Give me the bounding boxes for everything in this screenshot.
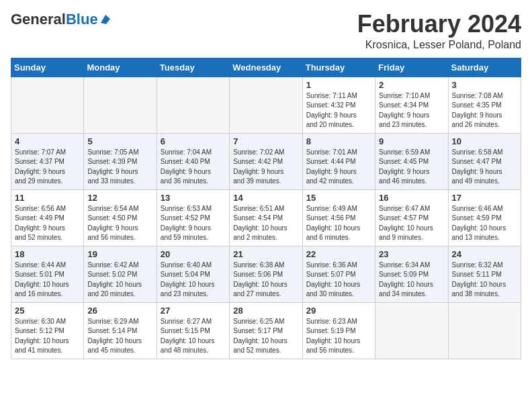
day-info: Sunrise: 6:36 AMSunset: 5:07 PMDaylight:… xyxy=(306,261,371,300)
calendar-cell xyxy=(448,302,521,359)
calendar-cell: 6Sunrise: 7:04 AMSunset: 4:40 PMDaylight… xyxy=(157,133,229,189)
calendar-cell: 14Sunrise: 6:51 AMSunset: 4:54 PMDayligh… xyxy=(230,189,302,246)
day-info: Sunrise: 7:11 AMSunset: 4:32 PMDaylight:… xyxy=(306,91,371,130)
day-number: 16 xyxy=(379,193,444,203)
calendar-cell: 13Sunrise: 6:53 AMSunset: 4:52 PMDayligh… xyxy=(157,189,229,246)
calendar-cell xyxy=(84,77,157,133)
day-number: 26 xyxy=(87,306,152,316)
day-number: 8 xyxy=(306,136,371,146)
day-info: Sunrise: 6:58 AMSunset: 4:47 PMDaylight:… xyxy=(452,148,517,187)
day-info: Sunrise: 6:49 AMSunset: 4:56 PMDaylight:… xyxy=(306,204,371,243)
day-info: Sunrise: 6:54 AMSunset: 4:50 PMDaylight:… xyxy=(87,204,152,243)
calendar-cell: 19Sunrise: 6:42 AMSunset: 5:02 PMDayligh… xyxy=(84,246,157,302)
calendar-cell xyxy=(157,77,229,133)
title-block: February 2024 Krosnica, Lesser Poland, P… xyxy=(357,11,521,51)
day-number: 18 xyxy=(15,249,80,259)
calendar-cell xyxy=(11,77,84,133)
calendar-week-4: 18Sunrise: 6:44 AMSunset: 5:01 PMDayligh… xyxy=(11,246,521,302)
calendar-cell: 29Sunrise: 6:23 AMSunset: 5:19 PMDayligh… xyxy=(302,302,375,359)
calendar-cell: 7Sunrise: 7:02 AMSunset: 4:42 PMDaylight… xyxy=(230,133,302,189)
calendar-week-3: 11Sunrise: 6:56 AMSunset: 4:49 PMDayligh… xyxy=(11,189,521,246)
calendar-cell: 25Sunrise: 6:30 AMSunset: 5:12 PMDayligh… xyxy=(11,302,84,359)
calendar-cell: 23Sunrise: 6:34 AMSunset: 5:09 PMDayligh… xyxy=(375,246,448,302)
day-info: Sunrise: 6:38 AMSunset: 5:06 PMDaylight:… xyxy=(233,261,298,300)
calendar-cell: 12Sunrise: 6:54 AMSunset: 4:50 PMDayligh… xyxy=(84,189,157,246)
day-info: Sunrise: 6:40 AMSunset: 5:04 PMDaylight:… xyxy=(161,261,226,300)
weekday-header-sunday: Sunday xyxy=(11,58,84,77)
calendar-cell: 24Sunrise: 6:32 AMSunset: 5:11 PMDayligh… xyxy=(448,246,521,302)
day-info: Sunrise: 6:56 AMSunset: 4:49 PMDaylight:… xyxy=(15,204,80,243)
day-number: 14 xyxy=(233,193,298,203)
calendar-cell: 8Sunrise: 7:01 AMSunset: 4:44 PMDaylight… xyxy=(302,133,375,189)
day-info: Sunrise: 7:05 AMSunset: 4:39 PMDaylight:… xyxy=(87,148,152,187)
calendar-cell xyxy=(230,77,302,133)
calendar-cell: 26Sunrise: 6:29 AMSunset: 5:14 PMDayligh… xyxy=(84,302,157,359)
calendar-cell: 28Sunrise: 6:25 AMSunset: 5:17 PMDayligh… xyxy=(230,302,302,359)
weekday-header-tuesday: Tuesday xyxy=(157,58,229,77)
calendar-cell: 5Sunrise: 7:05 AMSunset: 4:39 PMDaylight… xyxy=(84,133,157,189)
day-info: Sunrise: 6:30 AMSunset: 5:12 PMDaylight:… xyxy=(15,317,80,356)
day-number: 2 xyxy=(379,80,444,90)
day-info: Sunrise: 6:59 AMSunset: 4:45 PMDaylight:… xyxy=(379,148,444,187)
day-number: 21 xyxy=(233,249,298,259)
calendar-cell: 27Sunrise: 6:27 AMSunset: 5:15 PMDayligh… xyxy=(157,302,229,359)
calendar-cell: 11Sunrise: 6:56 AMSunset: 4:49 PMDayligh… xyxy=(11,189,84,246)
page-header: GeneralBlue February 2024 Krosnica, Less… xyxy=(11,11,521,51)
day-number: 6 xyxy=(161,136,226,146)
location: Krosnica, Lesser Poland, Poland xyxy=(357,39,521,51)
calendar-cell: 18Sunrise: 6:44 AMSunset: 5:01 PMDayligh… xyxy=(11,246,84,302)
calendar-cell: 21Sunrise: 6:38 AMSunset: 5:06 PMDayligh… xyxy=(230,246,302,302)
weekday-header-thursday: Thursday xyxy=(302,58,375,77)
calendar-cell: 9Sunrise: 6:59 AMSunset: 4:45 PMDaylight… xyxy=(375,133,448,189)
day-number: 1 xyxy=(306,80,371,90)
weekday-header-monday: Monday xyxy=(84,58,157,77)
calendar-cell: 22Sunrise: 6:36 AMSunset: 5:07 PMDayligh… xyxy=(302,246,375,302)
calendar-cell: 20Sunrise: 6:40 AMSunset: 5:04 PMDayligh… xyxy=(157,246,229,302)
day-info: Sunrise: 7:07 AMSunset: 4:37 PMDaylight:… xyxy=(15,148,80,187)
calendar-week-2: 4Sunrise: 7:07 AMSunset: 4:37 PMDaylight… xyxy=(11,133,521,189)
calendar-cell: 2Sunrise: 7:10 AMSunset: 4:34 PMDaylight… xyxy=(375,77,448,133)
logo-text: GeneralBlue xyxy=(11,11,98,28)
weekday-header-saturday: Saturday xyxy=(448,58,521,77)
day-info: Sunrise: 6:27 AMSunset: 5:15 PMDaylight:… xyxy=(161,317,226,356)
day-number: 20 xyxy=(161,249,226,259)
day-info: Sunrise: 6:47 AMSunset: 4:57 PMDaylight:… xyxy=(379,204,444,243)
day-number: 25 xyxy=(15,306,80,316)
day-number: 10 xyxy=(452,136,517,146)
calendar-cell: 3Sunrise: 7:08 AMSunset: 4:35 PMDaylight… xyxy=(448,77,521,133)
day-info: Sunrise: 6:23 AMSunset: 5:19 PMDaylight:… xyxy=(306,317,371,356)
day-info: Sunrise: 7:08 AMSunset: 4:35 PMDaylight:… xyxy=(452,91,517,130)
day-number: 28 xyxy=(233,306,298,316)
day-number: 27 xyxy=(161,306,226,316)
calendar-cell: 10Sunrise: 6:58 AMSunset: 4:47 PMDayligh… xyxy=(448,133,521,189)
day-number: 15 xyxy=(306,193,371,203)
day-info: Sunrise: 6:32 AMSunset: 5:11 PMDaylight:… xyxy=(452,261,517,300)
day-number: 22 xyxy=(306,249,371,259)
day-info: Sunrise: 6:53 AMSunset: 4:52 PMDaylight:… xyxy=(161,204,226,243)
day-info: Sunrise: 6:46 AMSunset: 4:59 PMDaylight:… xyxy=(452,204,517,243)
day-number: 9 xyxy=(379,136,444,146)
logo: GeneralBlue xyxy=(11,11,112,28)
day-number: 11 xyxy=(15,193,80,203)
day-info: Sunrise: 6:29 AMSunset: 5:14 PMDaylight:… xyxy=(87,317,152,356)
calendar-cell: 4Sunrise: 7:07 AMSunset: 4:37 PMDaylight… xyxy=(11,133,84,189)
day-number: 24 xyxy=(452,249,517,259)
day-info: Sunrise: 7:02 AMSunset: 4:42 PMDaylight:… xyxy=(233,148,298,187)
day-info: Sunrise: 7:04 AMSunset: 4:40 PMDaylight:… xyxy=(161,148,226,187)
day-info: Sunrise: 6:25 AMSunset: 5:17 PMDaylight:… xyxy=(233,317,298,356)
day-number: 29 xyxy=(306,306,371,316)
day-info: Sunrise: 6:44 AMSunset: 5:01 PMDaylight:… xyxy=(15,261,80,300)
day-info: Sunrise: 7:01 AMSunset: 4:44 PMDaylight:… xyxy=(306,148,371,187)
calendar-week-1: 1Sunrise: 7:11 AMSunset: 4:32 PMDaylight… xyxy=(11,77,521,133)
calendar-table: SundayMondayTuesdayWednesdayThursdayFrid… xyxy=(11,58,521,359)
logo-icon xyxy=(99,13,112,26)
day-number: 4 xyxy=(15,136,80,146)
day-number: 13 xyxy=(161,193,226,203)
weekday-header-wednesday: Wednesday xyxy=(230,58,302,77)
day-number: 12 xyxy=(87,193,152,203)
svg-marker-0 xyxy=(101,15,110,24)
day-info: Sunrise: 6:42 AMSunset: 5:02 PMDaylight:… xyxy=(87,261,152,300)
calendar-cell: 15Sunrise: 6:49 AMSunset: 4:56 PMDayligh… xyxy=(302,189,375,246)
calendar-cell: 16Sunrise: 6:47 AMSunset: 4:57 PMDayligh… xyxy=(375,189,448,246)
day-number: 23 xyxy=(379,249,444,259)
